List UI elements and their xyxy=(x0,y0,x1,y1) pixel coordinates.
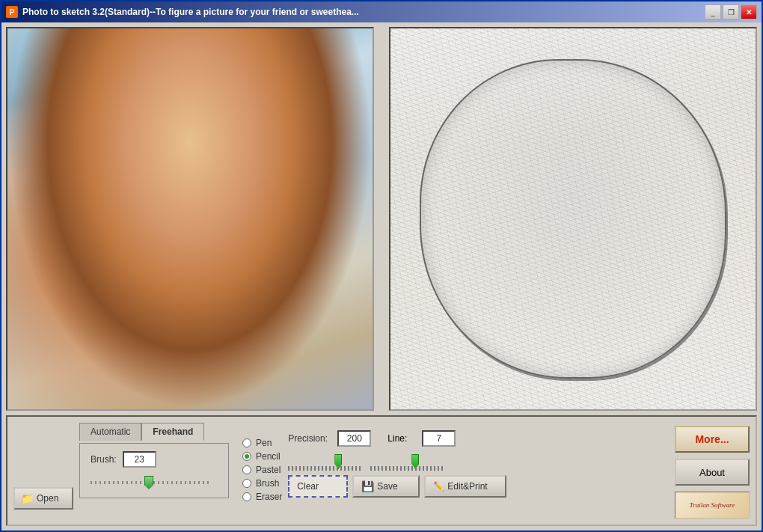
left-section: 📁 Open xyxy=(13,423,73,513)
minimize-button[interactable]: _ xyxy=(705,4,721,19)
about-button[interactable]: About xyxy=(675,459,750,486)
radio-pencil-circle[interactable] xyxy=(242,452,251,461)
save-icon: 💾 xyxy=(361,480,374,492)
close-button[interactable]: ✕ xyxy=(741,4,757,19)
sketch-output-panel xyxy=(389,27,757,411)
precision-line-section: Precision: 200 Line: 7 xyxy=(288,423,506,498)
radio-pencil-label: Pencil xyxy=(256,451,281,462)
brush-value[interactable]: 23 xyxy=(123,451,156,468)
original-photo-panel xyxy=(6,27,374,411)
edit-icon: ✏️ xyxy=(433,481,444,492)
edit-print-button[interactable]: ✏️ Edit&Print xyxy=(424,475,506,498)
right-buttons-section: More... About Trailan Software xyxy=(675,423,750,519)
radio-brush-circle[interactable] xyxy=(242,479,251,488)
more-button[interactable]: More... xyxy=(675,426,750,453)
tab-automatic[interactable]: Automatic xyxy=(79,423,141,441)
content-area: 📁 Open Automatic Freehand Brush: 23 xyxy=(1,22,762,531)
line-slider[interactable] xyxy=(370,454,445,471)
sketch-face-shape xyxy=(420,59,726,379)
save-button[interactable]: 💾 Save xyxy=(352,475,420,498)
radio-brush[interactable]: Brush xyxy=(242,478,282,489)
brush-label: Brush: xyxy=(91,454,117,465)
radio-pen[interactable]: Pen xyxy=(242,438,282,448)
images-row xyxy=(6,27,757,411)
radio-brush-label: Brush xyxy=(256,478,279,489)
tabs-brush-section: Automatic Freehand Brush: 23 xyxy=(79,423,229,498)
title-button-group: _ ❐ ✕ xyxy=(705,4,757,19)
line-value[interactable]: 7 xyxy=(422,430,456,447)
main-window: P Photo to sketch 3.2(Standard)--To figu… xyxy=(0,0,763,532)
precision-slider[interactable] xyxy=(288,454,363,471)
radio-pencil[interactable]: Pencil xyxy=(242,451,282,462)
radio-eraser-label: Eraser xyxy=(256,492,282,502)
line-slider-track xyxy=(370,466,445,471)
radio-pen-label: Pen xyxy=(256,438,272,448)
app-icon: P xyxy=(6,6,18,18)
title-bar: P Photo to sketch 3.2(Standard)--To figu… xyxy=(1,1,762,22)
open-button[interactable]: 📁 Open xyxy=(13,487,73,510)
precision-row: Precision: 200 Line: 7 xyxy=(288,430,506,447)
brush-slider-thumb[interactable] xyxy=(144,476,153,489)
folder-icon: 📁 xyxy=(21,492,34,504)
precision-value[interactable]: 200 xyxy=(337,430,371,447)
brush-panel: Brush: 23 xyxy=(79,443,229,498)
radio-pen-circle[interactable] xyxy=(242,438,251,447)
tabs-row: Automatic Freehand xyxy=(79,423,229,441)
radio-pastel-label: Pastel xyxy=(256,465,281,475)
precision-label: Precision: xyxy=(288,433,333,444)
restore-button[interactable]: ❐ xyxy=(723,4,739,19)
radio-eraser[interactable]: Eraser xyxy=(242,492,282,502)
controls-panel: 📁 Open Automatic Freehand Brush: 23 xyxy=(6,415,757,526)
radio-eraser-circle[interactable] xyxy=(242,492,251,501)
radio-pastel-circle[interactable] xyxy=(242,465,251,474)
line-label: Line: xyxy=(387,433,417,444)
brush-slider[interactable] xyxy=(91,475,210,490)
controls-wrapper: 📁 Open Automatic Freehand Brush: 23 xyxy=(13,423,750,519)
brush-row: Brush: 23 xyxy=(91,451,218,468)
clear-button[interactable]: Clear xyxy=(288,475,348,498)
window-title: Photo to sketch 3.2(Standard)--To figure… xyxy=(22,7,705,17)
logo-box: Trailan Software xyxy=(675,492,750,519)
action-row: Clear 💾 Save ✏️ Edit&Print xyxy=(288,475,506,498)
bottom-sliders xyxy=(288,454,506,471)
radio-section: Pen Pencil Pastel Brush xyxy=(235,423,282,502)
tab-freehand[interactable]: Freehand xyxy=(141,423,204,441)
logo-text: Trailan Software xyxy=(690,501,735,510)
precision-slider-track xyxy=(288,466,363,471)
radio-pastel[interactable]: Pastel xyxy=(242,465,282,475)
